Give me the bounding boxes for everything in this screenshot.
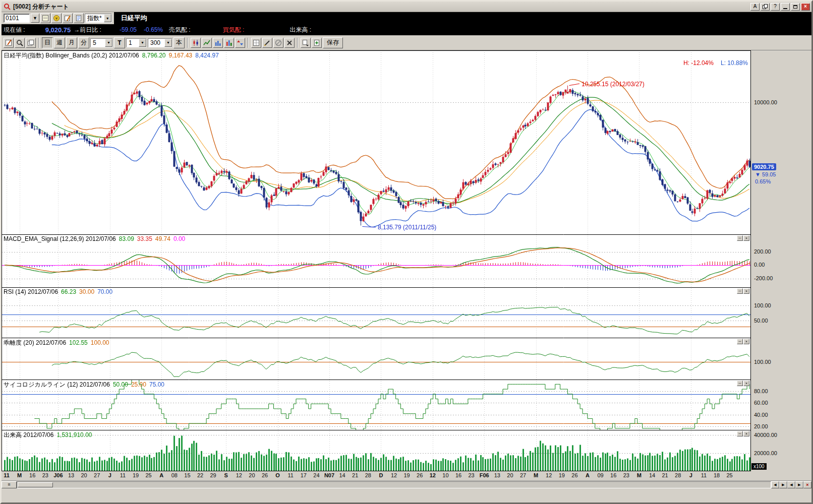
draw-pen-icon[interactable]: [262, 38, 272, 48]
page-left-button[interactable]: ◀: [787, 481, 795, 488]
x-axis-label: 12: [542, 472, 555, 478]
copy-window-button[interactable]: [761, 3, 770, 11]
chevron-down-icon: ▼: [104, 14, 111, 22]
period-param-value: 5: [91, 39, 105, 46]
save-button[interactable]: 保存: [323, 37, 343, 48]
x-axis-label: 12: [233, 472, 246, 478]
panel-close-icon[interactable]: ×: [743, 339, 749, 344]
bar-chart-icon[interactable]: [213, 38, 223, 48]
scroll-left-button[interactable]: ◀: [771, 481, 779, 488]
erase-icon[interactable]: [273, 38, 283, 48]
bar-count-select[interactable]: 300▼: [148, 38, 172, 47]
candlestick-chart-icon[interactable]: [191, 38, 201, 48]
period-param-select[interactable]: 5▼: [90, 38, 113, 47]
scroll-right-button[interactable]: ▶: [779, 481, 787, 488]
splitter-grip[interactable]: ≡: [2, 481, 17, 488]
macd-axis-0: 0.00: [754, 262, 765, 268]
minimize-button[interactable]: [781, 3, 790, 11]
panel-minimize-icon[interactable]: ─: [737, 288, 743, 294]
current-price-label: 現在値 :: [4, 26, 25, 34]
chevron-down-icon: ▼: [139, 39, 146, 47]
x-axis-label: 11: [116, 472, 129, 478]
panel-minimize-icon[interactable]: ─: [737, 339, 743, 344]
symbol-code-input[interactable]: [4, 14, 30, 23]
font-size-button[interactable]: A: [750, 3, 760, 11]
psych-axis-20: 20.00: [754, 423, 768, 429]
panel-minimize-icon[interactable]: ─: [737, 235, 743, 241]
x-axis-label: 28: [362, 472, 375, 478]
kairi-axis-100: 100.00: [754, 359, 771, 365]
x-axis-label: 27: [90, 472, 103, 478]
zoom-icon[interactable]: [15, 38, 25, 48]
updown-arrows-icon[interactable]: [235, 38, 245, 48]
x-axis-label: 08: [168, 472, 181, 478]
panel-minimize-icon[interactable]: ─: [737, 431, 743, 436]
copy-chart-icon[interactable]: [26, 38, 36, 48]
bid-label: 買気配 :: [223, 26, 245, 34]
chart-canvas[interactable]: [2, 50, 751, 471]
scrollbar-close-button[interactable]: ×: [803, 481, 811, 488]
note-page-icon[interactable]: [74, 13, 84, 23]
delete-drawing-icon[interactable]: [284, 38, 295, 48]
panel-minimize-icon[interactable]: ─: [737, 381, 743, 386]
x-axis-label: 10: [439, 472, 452, 478]
tick-mode-button[interactable]: T: [114, 37, 125, 48]
horizontal-scrollbar: ≡ ◀ ▶ ◀ ▶ ×: [2, 480, 811, 488]
app-window: [5002] 分析チャート A ? × ▼ ¥ 指数*▼ 日経平均 現在値 : …: [0, 0, 813, 504]
panel-close-icon[interactable]: ×: [743, 288, 749, 294]
x-axis-label: 11: [284, 472, 297, 478]
x-axis-label: 23: [620, 472, 633, 478]
symbol-strip: 日経平均: [114, 12, 811, 24]
volume-axis-20000: 20000.00: [754, 450, 777, 456]
period-minute-button[interactable]: 分: [78, 37, 89, 48]
y-axis-column: 10000.00 9020.75 ▼ 59.05 0.65% 200.00 0.…: [751, 50, 811, 480]
page-right-button[interactable]: ▶: [795, 481, 803, 488]
x-axis-label: F06: [478, 472, 491, 478]
volume-chart-icon[interactable]: [224, 38, 234, 48]
psych-axis-40: 40.00: [754, 412, 768, 418]
title-bar[interactable]: [5002] 分析チャート A ? ×: [2, 2, 811, 12]
edit-chart-icon[interactable]: [4, 38, 14, 48]
x-axis-label: 12: [387, 472, 400, 478]
period-monthly-button[interactable]: 月: [66, 37, 77, 48]
restore-button[interactable]: [791, 3, 800, 11]
panel-close-icon[interactable]: ×: [743, 381, 749, 386]
restore-icon: [793, 5, 797, 9]
registered-list-icon[interactable]: [40, 13, 50, 23]
category-select[interactable]: 指数*▼: [85, 14, 112, 23]
code-dropdown-button[interactable]: ▼: [31, 14, 39, 23]
bar-unit-button[interactable]: 本: [173, 37, 185, 48]
x-axis-label: 20: [245, 472, 258, 478]
x-axis-label: 25: [723, 472, 736, 478]
x-axis-label: 27: [516, 472, 530, 478]
x-axis-label: 12: [426, 472, 439, 478]
new-page-icon[interactable]: [312, 38, 322, 48]
period-weekly-button[interactable]: 週: [54, 37, 65, 48]
x-axis-label: 26: [413, 472, 426, 478]
gold-coin-icon[interactable]: ¥: [51, 13, 62, 23]
help-button[interactable]: ?: [771, 3, 780, 11]
scrollbar-thumb[interactable]: [18, 482, 53, 487]
svg-text:¥: ¥: [55, 16, 58, 21]
scrollbar-track[interactable]: [17, 481, 771, 488]
psych-panel-controls: ─×: [737, 381, 749, 386]
x-axis-label: 16: [26, 472, 39, 478]
close-button[interactable]: ×: [801, 3, 810, 11]
rsi-panel-controls: ─×: [737, 288, 749, 294]
x-axis-label: 28: [671, 472, 684, 478]
grid-icon[interactable]: [251, 38, 261, 48]
panel-close-icon[interactable]: ×: [743, 235, 749, 241]
x-axis-label: A: [155, 472, 168, 478]
panel-close-icon[interactable]: ×: [743, 431, 749, 436]
line-chart-icon[interactable]: [202, 38, 212, 48]
layout-select-icon[interactable]: [301, 38, 311, 48]
x-axis-label: 19: [129, 472, 142, 478]
separator: [297, 38, 298, 48]
edit-memo-icon[interactable]: [63, 13, 73, 23]
chevron-down-icon: ▼: [105, 39, 112, 47]
tick-param-select[interactable]: 1▼: [126, 38, 147, 47]
x-axis-label: 14: [646, 472, 659, 478]
period-daily-button[interactable]: 日: [42, 37, 53, 48]
x-axis-label: 26: [568, 472, 581, 478]
x-axis-label: O: [271, 472, 284, 478]
